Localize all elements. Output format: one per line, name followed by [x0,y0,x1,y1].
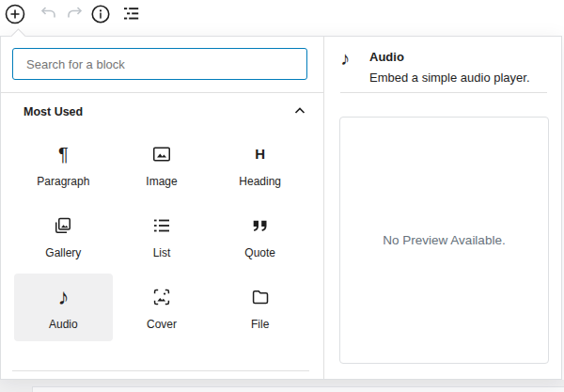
popover-arrow [8,25,30,37]
gallery-icon [52,213,74,238]
heading-icon: H [255,142,265,166]
block-item-audio[interactable]: ♪ Audio [14,274,113,341]
quote-icon [249,213,272,238]
block-item-paragraph[interactable]: ¶ Paragraph [14,131,113,198]
divider [12,370,309,371]
block-item-image[interactable]: Image [113,131,212,198]
audio-note-icon: ♪ [57,285,69,309]
block-item-label: Image [146,175,177,188]
preview-description: Embed a simple audio player. [369,70,530,86]
file-folder-icon [249,285,272,309]
undo-icon [38,3,60,25]
info-circle-icon [89,3,112,25]
block-item-label: Gallery [45,246,81,259]
divider [1,92,323,93]
content-structure-button[interactable] [88,2,113,26]
block-inserter-popover: Most Used ¶ Paragraph Image [0,36,562,380]
redo-icon [63,3,86,25]
block-item-label: File [251,318,269,331]
block-item-label: Heading [239,175,281,188]
block-preview-panel: ♪ Audio Embed a simple audio player. No … [325,37,562,379]
plus-circle-icon [4,3,26,25]
block-grid: ¶ Paragraph Image H Heading [14,131,309,341]
block-item-file[interactable]: File [211,274,309,341]
block-item-quote[interactable]: Quote [211,202,309,270]
block-item-label: Audio [49,318,78,331]
image-icon [150,142,173,166]
divider [340,92,547,93]
paragraph-icon: ¶ [58,142,69,166]
block-item-gallery[interactable]: Gallery [14,202,113,270]
preview-title: Audio [369,49,530,65]
redo-button[interactable] [62,2,86,26]
preview-header: ♪ Audio Embed a simple audio player. [340,49,549,86]
category-title: Most Used [24,105,83,118]
block-item-heading[interactable]: H Heading [211,131,309,198]
category-most-used-toggle[interactable]: Most Used [24,101,308,123]
cover-icon [150,285,173,309]
block-inserter-button[interactable] [3,2,27,26]
audio-note-icon: ♪ [340,49,357,86]
block-item-list[interactable]: List [113,202,212,270]
block-item-label: Paragraph [37,175,89,188]
block-item-label: Cover [147,318,177,331]
block-item-label: List [153,246,171,259]
undo-button[interactable] [37,2,61,26]
block-list-panel: Most Used ¶ Paragraph Image [1,37,324,379]
editor-canvas-edge [32,386,564,392]
page-background [0,380,564,392]
list-icon [150,213,173,238]
block-item-cover[interactable]: Cover [113,274,212,341]
search-input[interactable] [12,48,307,80]
no-preview-message: No Preview Available. [383,233,505,247]
block-navigation-button[interactable] [119,2,144,26]
block-item-label: Quote [244,246,275,259]
chevron-up-icon [291,102,308,122]
editor-toolbar [0,0,564,36]
preview-box: No Preview Available. [339,117,549,364]
list-view-icon [120,3,143,25]
